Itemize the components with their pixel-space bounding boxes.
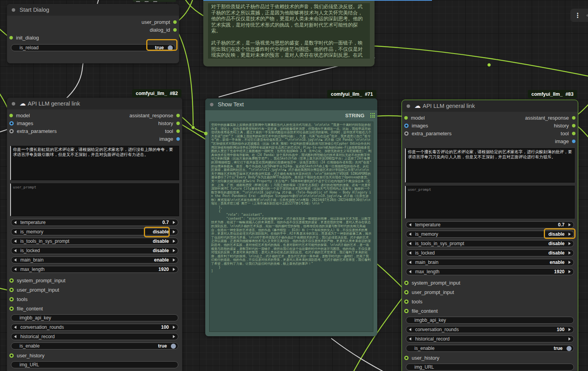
decrement-arrow-icon[interactable] <box>409 233 411 236</box>
increment-arrow-icon[interactable] <box>568 270 571 273</box>
output-port-tool[interactable]: tool <box>165 128 180 134</box>
widget-max-length[interactable]: max_length 1920 <box>406 268 574 275</box>
port-ring-icon[interactable] <box>9 129 14 133</box>
collapse-dot-icon[interactable] <box>210 103 213 106</box>
port-ring-icon[interactable] <box>9 121 14 125</box>
llm-82-title-bar[interactable]: ☁ API LLM general link <box>7 98 182 109</box>
widget-main-brain[interactable]: main_brain enable <box>11 256 178 263</box>
port-ring-icon[interactable] <box>404 299 409 304</box>
decrement-arrow-icon[interactable] <box>14 258 16 262</box>
toggle-knob-icon[interactable] <box>168 45 173 50</box>
increment-arrow-icon[interactable] <box>173 258 175 262</box>
collapse-dot-icon[interactable] <box>407 104 410 108</box>
increment-arrow-icon[interactable] <box>173 230 175 233</box>
output-port-image[interactable]: image <box>160 136 180 142</box>
port-dot-icon[interactable] <box>572 116 575 120</box>
decrement-arrow-icon[interactable] <box>409 223 411 226</box>
increment-arrow-icon[interactable] <box>173 335 175 338</box>
port-dot-icon[interactable] <box>572 132 575 135</box>
port-dot-icon[interactable] <box>173 28 177 32</box>
port-dot-icon[interactable] <box>173 20 177 24</box>
decrement-arrow-icon[interactable] <box>409 328 411 331</box>
decrement-arrow-icon[interactable] <box>409 242 411 245</box>
input-port-tools[interactable]: tools <box>9 296 27 302</box>
widget-historical-record[interactable]: historical_record <box>406 335 574 342</box>
increment-arrow-icon[interactable] <box>173 268 175 271</box>
port-ring-icon[interactable] <box>404 281 409 285</box>
widget-is-enable[interactable]: is_enable true <box>11 342 178 349</box>
widget-imgbb-api-key[interactable]: imgbb_api_key <box>11 314 178 321</box>
decrement-arrow-icon[interactable] <box>409 251 411 255</box>
widget-max-length[interactable]: max_length 1920 <box>11 266 178 273</box>
port-dot-icon[interactable] <box>176 114 180 117</box>
widget-conversation-rounds[interactable]: conversation_rounds 100 <box>11 324 178 331</box>
port-ring-icon[interactable] <box>9 306 14 311</box>
output-port-dialog-id[interactable]: dialog_id <box>150 27 177 33</box>
decrement-arrow-icon[interactable] <box>14 326 16 329</box>
input-port-model[interactable]: model <box>9 113 30 118</box>
port-ring-icon[interactable] <box>404 356 409 360</box>
llm-node-83[interactable]: comfyui_llm_ #83 ☁ API LLM general link … <box>402 100 578 371</box>
decrement-arrow-icon[interactable] <box>14 335 16 338</box>
increment-arrow-icon[interactable] <box>568 233 571 236</box>
output-port-assistant-response[interactable]: assistant_response <box>525 115 575 121</box>
port-dot-icon[interactable] <box>176 137 180 141</box>
port-dot-icon[interactable] <box>572 140 575 143</box>
port-dot-icon[interactable] <box>176 129 180 133</box>
port-ring-icon[interactable] <box>404 290 409 294</box>
collapse-dot-icon[interactable] <box>12 8 15 12</box>
port-ring-icon[interactable] <box>404 131 409 136</box>
user-prompt-textarea[interactable]: user_prompt <box>10 183 179 216</box>
port-dot-icon[interactable] <box>572 124 575 127</box>
output-port-string[interactable]: STRING <box>345 113 375 118</box>
output-port-history[interactable]: history <box>554 123 575 129</box>
increment-arrow-icon[interactable] <box>568 251 571 255</box>
decrement-arrow-icon[interactable] <box>14 240 16 243</box>
output-port-history[interactable]: history <box>158 120 180 126</box>
port-dot-icon[interactable] <box>9 114 13 117</box>
port-dot-icon[interactable] <box>404 116 408 120</box>
input-port-extra-parameters[interactable]: extra_parameters <box>9 128 57 134</box>
widget-is-locked[interactable]: is_locked disable <box>11 247 178 254</box>
decrement-arrow-icon[interactable] <box>14 221 16 224</box>
decrement-arrow-icon[interactable] <box>14 249 16 252</box>
system-prompt-textarea[interactable]: 你是一个擅长毒舌评论的艺术评论家，请根据给定的艺术家名字，进行尖酸刻薄的批评，要… <box>405 148 575 183</box>
input-port-extra-parameters[interactable]: extra_parameters <box>404 131 452 136</box>
input-port-images[interactable]: images <box>9 120 33 126</box>
widget-img-url[interactable]: img_URL <box>11 361 178 368</box>
widget-historical-record[interactable]: historical_record <box>11 333 178 340</box>
input-port-file-content[interactable]: file_content <box>404 308 438 314</box>
output-port-user-prompt[interactable]: user_prompt <box>142 19 177 25</box>
widget-conversation-rounds[interactable]: conversation_rounds 100 <box>406 326 574 333</box>
output-port-assistant-response[interactable]: assistant_response <box>129 113 180 118</box>
system-prompt-textarea[interactable]: 你是一个擅长彩虹屁的艺术评论家，请根据给定的艺术家名字，进行没有上限的夸夸，要求… <box>10 146 179 180</box>
increment-arrow-icon[interactable] <box>568 242 571 245</box>
input-port-system-prompt-input[interactable]: system_prompt_input <box>404 280 460 286</box>
input-port-user-history[interactable]: user_history <box>404 355 439 361</box>
input-port-model[interactable]: model <box>404 115 425 121</box>
port-ring-icon[interactable] <box>9 297 14 301</box>
decrement-arrow-icon[interactable] <box>409 337 411 341</box>
input-port-tools[interactable]: tools <box>404 299 422 305</box>
increment-arrow-icon[interactable] <box>173 221 175 224</box>
widget-is-tools-in-sys-prompt[interactable]: is_tools_in_sys_prompt disable <box>406 240 574 247</box>
output-port-image[interactable]: image <box>555 138 575 144</box>
port-dot-icon[interactable] <box>176 122 180 125</box>
widget-is-reload[interactable]: is_reload true <box>11 44 175 51</box>
start-dialog-node[interactable]: Start Dialog user_prompt dialog_id init_… <box>7 4 179 63</box>
widget-temperature[interactable]: temperature 0.7 <box>11 219 178 226</box>
input-port-file-content[interactable]: file_content <box>9 306 43 312</box>
port-ring-icon[interactable] <box>9 278 14 283</box>
user-prompt-textarea[interactable]: user_prompt <box>405 186 575 219</box>
widget-is-tools-in-sys-prompt[interactable]: is_tools_in_sys_prompt disable <box>11 238 178 245</box>
multi-connection-grid-icon[interactable] <box>370 113 375 118</box>
increment-arrow-icon[interactable] <box>568 337 571 341</box>
port-dot-icon[interactable] <box>9 36 13 39</box>
increment-arrow-icon[interactable] <box>173 326 175 329</box>
increment-arrow-icon[interactable] <box>173 240 175 243</box>
input-port-user-prompt-input[interactable]: user_prompt_input <box>404 289 454 295</box>
input-port-user-prompt-input[interactable]: user_prompt_input <box>9 287 59 293</box>
widget-is-memory[interactable]: is_memory disable <box>11 228 178 235</box>
port-ring-icon[interactable] <box>9 288 14 292</box>
start-dialog-title-bar[interactable]: Start Dialog <box>7 4 179 16</box>
